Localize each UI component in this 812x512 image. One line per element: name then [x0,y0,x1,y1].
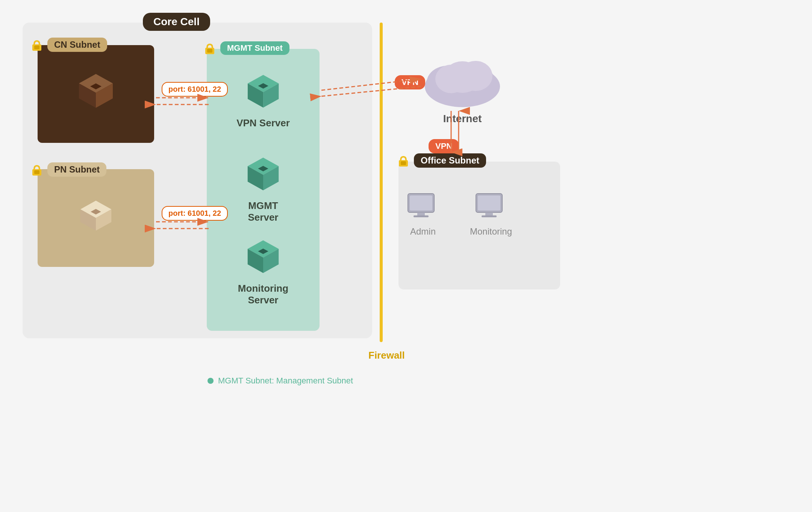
svg-rect-39 [410,195,432,211]
monitoring-server-label: Monitoring Server [235,283,291,306]
pn-lock-icon [30,163,44,176]
mgmt-lock-icon [203,41,217,55]
office-subnet-label: Office Subnet [414,153,486,168]
pn-subnet-label: PN Subnet [47,162,106,177]
core-cell-label: Core Cell [143,13,210,31]
svg-point-28 [209,49,211,52]
office-label-wrap: Office Subnet [397,153,486,168]
mgmt-server-label: MGMT Server [235,200,291,223]
svg-point-37 [402,162,404,164]
cn-label-wrap: CN Subnet [30,38,107,52]
mgmt-label-wrap: MGMT Subnet [203,41,289,55]
vpn-office-label: VPN [429,139,459,153]
computer-group: Admin Monitoring [406,192,512,237]
pn-subnet-box [38,169,154,267]
legend-text: MGMT Subnet: Management Subnet [218,376,353,386]
svg-point-13 [36,171,38,173]
legend-dot-icon [207,377,214,385]
cn-lock-icon [30,38,44,52]
svg-rect-45 [482,215,497,217]
monitoring-server-icon [242,237,284,278]
cn-subnet-box [38,45,154,143]
internet-cloud [421,49,504,109]
svg-rect-40 [417,212,425,215]
monitoring-computer: Monitoring [470,192,512,237]
cn-port-label: port: 61001, 22 [162,82,228,97]
admin-computer: Admin [406,192,440,237]
cn-subnet-label: CN Subnet [47,38,107,52]
admin-monitor-icon [406,192,440,222]
firewall-label: Firewall [368,350,405,361]
svg-point-34 [459,61,492,91]
svg-rect-41 [414,215,429,217]
mgmt-subnet-label: MGMT Subnet [220,41,289,55]
internet-label: Internet [425,113,500,125]
vpn-internet-label: VPN [395,75,425,89]
vpn-server-label: VPN Server [236,117,290,129]
svg-rect-44 [485,212,493,215]
cn-server-icon [73,68,118,114]
internet-cloud-icon [421,49,504,109]
svg-point-6 [36,46,38,48]
admin-label: Admin [410,226,436,237]
monitoring-monitor-icon [474,192,508,222]
svg-rect-43 [478,195,500,211]
legend: MGMT Subnet: Management Subnet [207,376,353,386]
monitoring-label: Monitoring [470,226,512,237]
pn-label-wrap: PN Subnet [30,162,106,177]
svg-point-46 [208,378,214,384]
firewall-line [380,23,383,342]
office-lock-icon [397,154,410,167]
canvas: Core Cell CN Subnet [0,0,812,512]
vpn-server-icon [242,71,284,113]
pn-server-icon [75,194,117,236]
mgmt-server-icon [242,154,284,195]
pn-port-label: port: 61001, 22 [162,206,228,221]
